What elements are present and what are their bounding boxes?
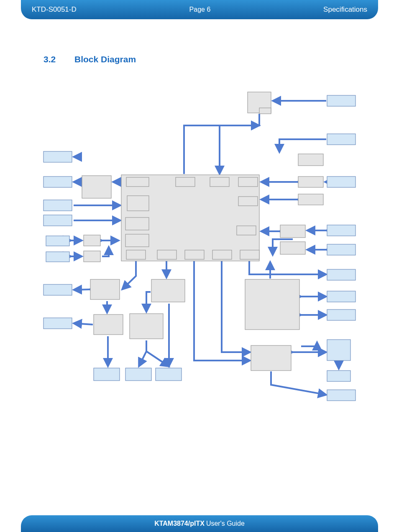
svg-rect-32 — [327, 134, 356, 145]
svg-rect-43 — [43, 176, 72, 187]
svg-rect-11 — [157, 250, 176, 259]
svg-rect-5 — [238, 197, 258, 206]
svg-rect-42 — [43, 151, 72, 162]
page-footer: KTAM3874/pITX User's Guide — [21, 515, 378, 532]
svg-rect-26 — [94, 315, 123, 335]
svg-rect-38 — [327, 309, 356, 320]
svg-rect-27 — [90, 279, 120, 299]
svg-rect-44 — [43, 200, 72, 211]
footer-rest: User's Guide — [206, 520, 245, 527]
svg-rect-36 — [327, 269, 356, 280]
svg-rect-10 — [126, 250, 146, 259]
block-diagram — [0, 0, 399, 532]
svg-rect-25 — [130, 314, 163, 339]
svg-rect-30 — [84, 251, 100, 262]
svg-rect-1 — [126, 177, 149, 187]
svg-rect-20 — [280, 225, 305, 238]
svg-rect-52 — [156, 368, 182, 381]
svg-rect-34 — [327, 225, 356, 236]
svg-rect-28 — [82, 176, 111, 198]
svg-rect-6 — [237, 226, 256, 235]
svg-rect-14 — [240, 250, 259, 259]
svg-rect-8 — [125, 217, 149, 230]
svg-rect-49 — [43, 318, 72, 329]
svg-rect-7 — [127, 196, 149, 211]
svg-rect-51 — [125, 368, 151, 381]
svg-rect-46 — [46, 236, 69, 246]
svg-rect-35 — [327, 244, 356, 255]
svg-rect-9 — [125, 234, 149, 247]
svg-rect-2 — [176, 177, 195, 187]
svg-rect-23 — [251, 345, 291, 371]
svg-rect-24 — [151, 279, 185, 302]
svg-rect-39 — [327, 340, 350, 361]
footer-product: KTAM3874/pITX — [154, 520, 205, 527]
svg-rect-33 — [327, 176, 356, 187]
svg-rect-19 — [298, 194, 323, 205]
svg-rect-47 — [46, 252, 69, 262]
svg-rect-17 — [298, 154, 323, 166]
svg-rect-45 — [43, 215, 72, 226]
svg-rect-29 — [84, 235, 100, 246]
svg-rect-48 — [43, 284, 72, 295]
svg-rect-31 — [327, 95, 356, 106]
svg-rect-18 — [298, 176, 323, 187]
svg-rect-37 — [327, 291, 356, 302]
svg-rect-16 — [259, 108, 271, 114]
svg-rect-50 — [94, 368, 120, 381]
svg-rect-4 — [238, 177, 258, 187]
svg-rect-40 — [327, 371, 350, 381]
svg-rect-22 — [245, 279, 299, 330]
svg-rect-21 — [280, 242, 305, 254]
svg-rect-41 — [327, 390, 356, 401]
svg-rect-13 — [212, 250, 232, 259]
svg-rect-3 — [210, 177, 229, 187]
svg-rect-12 — [185, 250, 204, 259]
